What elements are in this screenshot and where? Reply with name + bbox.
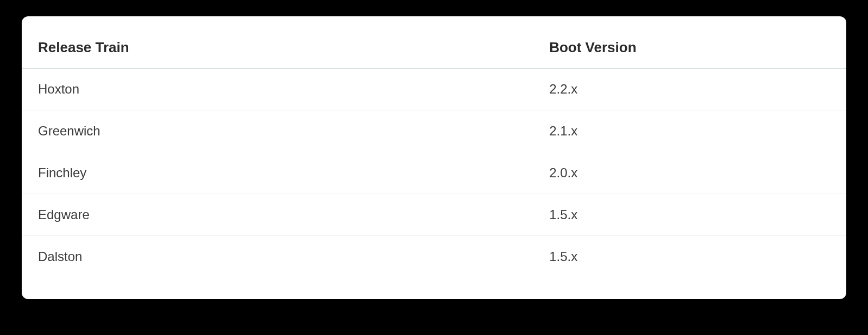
cell-boot-version: 2.2.x <box>533 69 846 110</box>
version-table: Release Train Boot Version Hoxton 2.2.x … <box>22 27 846 277</box>
cell-release-train: Edgware <box>22 194 533 236</box>
table-header-row: Release Train Boot Version <box>22 27 846 69</box>
version-table-card: Release Train Boot Version Hoxton 2.2.x … <box>22 16 846 299</box>
table-row: Edgware 1.5.x <box>22 194 846 236</box>
table-row: Finchley 2.0.x <box>22 152 846 194</box>
header-boot-version: Boot Version <box>533 27 846 69</box>
cell-release-train: Hoxton <box>22 69 533 110</box>
table-row: Hoxton 2.2.x <box>22 69 846 110</box>
cell-boot-version: 1.5.x <box>533 194 846 236</box>
cell-release-train: Finchley <box>22 152 533 194</box>
cell-boot-version: 2.0.x <box>533 152 846 194</box>
cell-release-train: Greenwich <box>22 110 533 152</box>
table-row: Dalston 1.5.x <box>22 236 846 278</box>
table-row: Greenwich 2.1.x <box>22 110 846 152</box>
cell-release-train: Dalston <box>22 236 533 278</box>
cell-boot-version: 2.1.x <box>533 110 846 152</box>
cell-boot-version: 1.5.x <box>533 236 846 278</box>
header-release-train: Release Train <box>22 27 533 69</box>
